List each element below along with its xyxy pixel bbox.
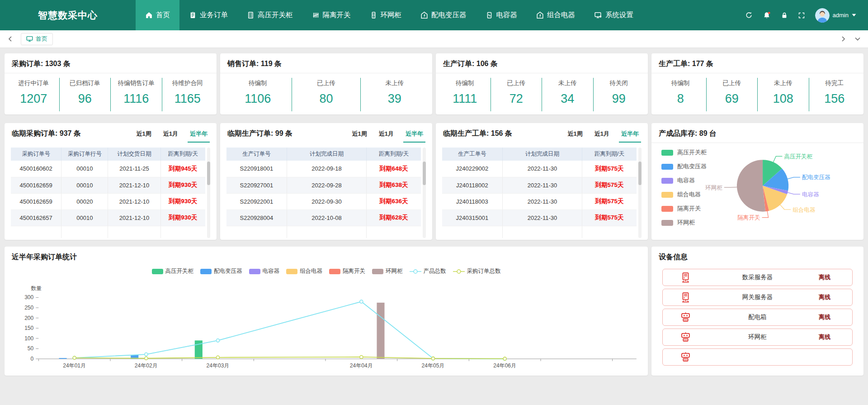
chart-legend-item-配电变压器[interactable]: 配电变压器 <box>200 267 242 275</box>
legend-item-0[interactable]: 高压开关柜 <box>661 148 707 157</box>
stat-value: 99 <box>594 92 645 106</box>
avatar <box>815 8 830 23</box>
table-cell: 00010 <box>61 210 108 226</box>
title-label: 采购订单 <box>12 60 41 67</box>
nav-item-5[interactable]: 配电变压器 <box>411 0 476 30</box>
table-cell <box>61 226 108 238</box>
nav-item-0[interactable]: 首页 <box>136 0 179 30</box>
stat-value: 69 <box>707 92 758 106</box>
tab-home[interactable]: 首页 <box>21 33 53 45</box>
scrollbar-thumb[interactable] <box>207 162 210 185</box>
x-tick-label: 24年06月 <box>493 362 516 369</box>
due-days-cell: 到期628天 <box>367 210 421 226</box>
column-header: 距离到期/天 <box>160 148 205 161</box>
pie-legend: 高压开关柜配电变压器电容器组合电器隔离开关环网柜 <box>661 148 707 227</box>
title-unit: 条 <box>505 129 512 137</box>
card-title: 生产订单: 106条 <box>443 59 497 69</box>
bell-icon[interactable] <box>763 11 771 19</box>
chevron-left-icon[interactable] <box>6 35 14 43</box>
table-cell: S220928004 <box>226 210 287 226</box>
nav-item-2[interactable]: 高压开关柜 <box>237 0 302 30</box>
nav-item-1[interactable]: 业务订单 <box>179 0 237 30</box>
range-tab-0-1[interactable]: 近1月 <box>163 130 178 138</box>
nav-item-3[interactable]: 隔离开关 <box>302 0 360 30</box>
legend-swatch <box>372 269 383 274</box>
legend-item-3[interactable]: 组合电器 <box>661 191 707 199</box>
legend-swatch <box>661 178 673 184</box>
stat-group: 待编制1106已上传80未上传39 <box>220 73 432 111</box>
chart-legend-item-组合电器[interactable]: 组合电器 <box>286 267 322 275</box>
fullscreen-icon[interactable] <box>798 12 805 19</box>
scrollbar-thumb[interactable] <box>638 162 642 185</box>
chart-legend-item-采购订单总数[interactable]: 采购订单总数 <box>453 267 501 275</box>
range-tabs: 近1周近1月近半年 <box>352 130 425 138</box>
nav-item-6[interactable]: 电容器 <box>476 0 527 30</box>
refresh-icon[interactable] <box>745 11 753 19</box>
range-tab-1-1[interactable]: 近1月 <box>379 130 394 138</box>
range-tab-0-2[interactable]: 近半年 <box>190 130 208 138</box>
table-cell: 2021-11-25 <box>108 161 160 177</box>
stat-2-2: 未上传34 <box>542 78 594 111</box>
stat-label: 待关闭 <box>594 79 645 87</box>
range-tab-0-0[interactable]: 近1周 <box>137 130 151 138</box>
chevron-right-icon[interactable] <box>839 35 847 43</box>
card-title: 销售订单: 119条 <box>227 59 282 69</box>
range-tab-1-2[interactable]: 近半年 <box>406 130 423 138</box>
lock-icon[interactable] <box>781 12 788 19</box>
legend-swatch <box>661 220 673 226</box>
chart-legend-item-产品总数[interactable]: 产品总数 <box>410 267 446 275</box>
chart-legend-item-隔离开关[interactable]: 隔离开关 <box>329 267 365 275</box>
table-row <box>11 226 205 238</box>
legend-item-1[interactable]: 配电变压器 <box>661 162 707 171</box>
pie-label-1: 配电变压器 <box>802 174 830 181</box>
y-tick-label: 250 <box>24 305 33 311</box>
legend-label: 组合电器 <box>300 267 322 275</box>
table-cell: 2022-11-30 <box>502 161 582 177</box>
chart-legend-item-高压开关柜[interactable]: 高压开关柜 <box>152 267 194 275</box>
column-header: 采购订单号 <box>11 148 61 161</box>
range-tab-1-0[interactable]: 近1周 <box>352 130 367 138</box>
app-title: 智慧数采中心 <box>0 0 136 30</box>
legend-item-2[interactable]: 电容器 <box>661 176 707 185</box>
legend-label: 电容器 <box>677 176 695 185</box>
title-separator: : <box>486 129 491 137</box>
chart-legend-item-环网柜[interactable]: 环网柜 <box>372 267 403 275</box>
stat-group: 待编制8已上传69未上传108待完工156 <box>651 73 863 111</box>
transformer-icon <box>420 11 428 19</box>
chart-legend-item-电容器[interactable]: 电容器 <box>249 267 280 275</box>
legend-label: 采购订单总数 <box>467 267 501 275</box>
table-row: 4500160602000102021-11-25到期945天 <box>11 161 205 177</box>
range-tab-2-1[interactable]: 近1月 <box>594 130 609 138</box>
nav-item-7[interactable]: 组合电器 <box>527 0 585 30</box>
title-label: 临期生产订单 <box>227 129 271 137</box>
title-separator: : <box>41 60 45 67</box>
ring-cabinet-icon <box>370 11 377 19</box>
scrollbar-thumb[interactable] <box>423 162 426 185</box>
due-days-cell: 到期930天 <box>160 210 205 226</box>
nav-item-label: 环网柜 <box>381 10 402 20</box>
main-menu: 首页业务订单高压开关柜隔离开关环网柜配电变压器电容器组合电器系统设置 <box>136 0 643 30</box>
legend-label: 隔离开关 <box>677 205 701 213</box>
column-header: 计划完成日期 <box>287 148 366 161</box>
stat-label: 已上传 <box>707 79 758 87</box>
title-count: 156 <box>491 129 503 137</box>
nav-item-4[interactable]: 环网柜 <box>360 0 411 30</box>
nav-item-label: 组合电器 <box>547 10 575 20</box>
stat-value: 96 <box>60 92 111 106</box>
user-menu[interactable]: admin <box>815 8 856 23</box>
legend-label: 产品总数 <box>424 267 446 275</box>
title-separator: : <box>271 129 275 137</box>
legend-item-4[interactable]: 隔离开关 <box>661 205 707 213</box>
nav-item-8[interactable]: 系统设置 <box>585 0 643 30</box>
range-tab-2-0[interactable]: 近1周 <box>568 130 583 138</box>
pie-label-4: 隔离开关 <box>737 214 760 221</box>
chevron-down-icon <box>852 14 856 17</box>
stat-label: 进行中订单 <box>8 79 59 87</box>
range-tab-2-2[interactable]: 近半年 <box>621 130 639 138</box>
title-count: 937 <box>60 129 72 137</box>
chevron-down-icon[interactable] <box>854 35 862 43</box>
legend-item-5[interactable]: 环网柜 <box>661 219 707 227</box>
stat-card-header: 生产工单: 177条 <box>651 53 863 73</box>
legend-label: 组合电器 <box>677 191 701 199</box>
table-cell: 2021-12-10 <box>108 193 160 210</box>
